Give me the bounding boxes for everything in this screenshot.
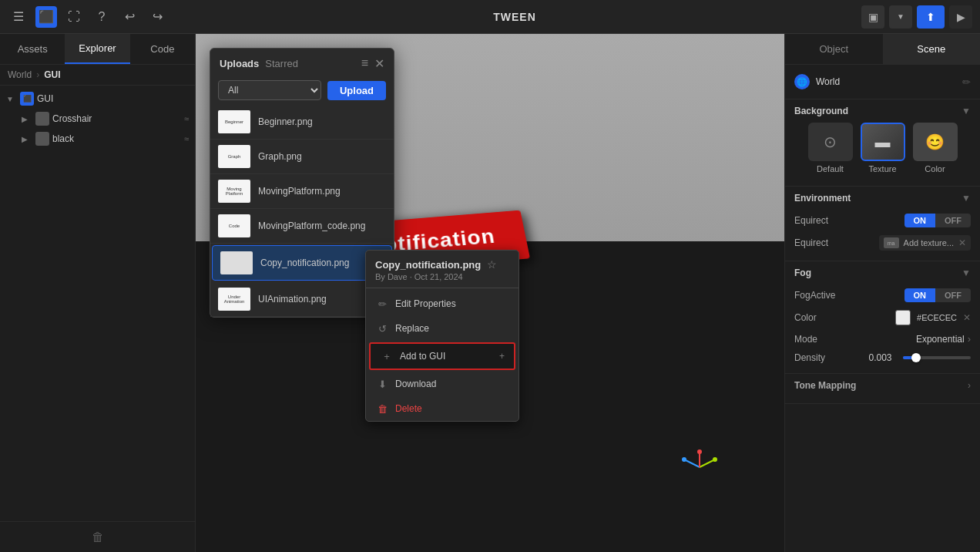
fullscreen-icon[interactable]: ⛶ [63, 6, 85, 28]
list-item[interactable]: Beginner Beginner.png [210, 105, 394, 140]
delete-icon[interactable]: 🗑 [92, 530, 104, 544]
play-btn[interactable]: ▶ [949, 5, 972, 29]
environment-header: Environment ▼ [794, 193, 971, 204]
environment-label: Environment [794, 193, 957, 204]
panel-toggle-btn[interactable]: ▣ [861, 5, 884, 29]
color-close-icon[interactable]: ✕ [963, 312, 971, 323]
density-slider-thumb[interactable] [911, 353, 921, 362]
uploads-filter: All Images Audio Video 3D Upload [210, 76, 394, 105]
tab-code[interactable]: Code [130, 34, 195, 64]
panel-dropdown-btn[interactable]: ▼ [889, 5, 912, 29]
list-item[interactable]: Moving Platform MovingPlatform.png [210, 174, 394, 209]
tone-mapping-chevron[interactable]: › [968, 380, 971, 391]
fog-color-key: Color [794, 312, 889, 323]
right-panel: Object Scene 🌐 World ✏ Background ▼ ⊙ [784, 34, 980, 552]
fog-color-row: Color #ECECEC ✕ [794, 306, 971, 329]
tree-node-black[interactable]: ▶ black ≈ [0, 129, 195, 149]
tree-node-gui[interactable]: ▼ ⬛ GUI [0, 89, 195, 109]
bg-option-default[interactable]: ⊙ Default [808, 123, 853, 173]
fog-mode-arrow[interactable]: › [968, 333, 971, 345]
ctx-label-download: Download [395, 379, 436, 389]
world-globe-icon: 🌐 [794, 74, 810, 89]
arrow-crosshair: ▶ [22, 115, 32, 123]
ctx-item-delete[interactable]: 🗑 Delete [366, 396, 519, 421]
help-icon[interactable]: ? [91, 6, 112, 28]
list-item[interactable]: Graph Graph.png [210, 140, 394, 174]
background-chevron[interactable]: ▼ [962, 106, 971, 116]
scene-axes [676, 444, 723, 490]
tree-node-crosshair[interactable]: ▶ Crosshair ≈ [0, 109, 195, 129]
breadcrumb-world: World [8, 69, 32, 80]
environment-chevron[interactable]: ▼ [962, 193, 971, 204]
upload-name-graph: Graph.png [258, 151, 302, 162]
tree-label-black: black [52, 133, 181, 144]
tab-explorer[interactable]: Explorer [65, 34, 129, 64]
world-edit-icon[interactable]: ✏ [962, 76, 971, 88]
fog-section: Fog ▼ FogActive ON OFF Color #ECECEC ✕ M… [785, 261, 980, 374]
ctx-meta: By Dave · Oct 21, 2024 [375, 272, 509, 281]
upload-btn[interactable]: ⬆ [917, 5, 945, 29]
ctx-item-download[interactable]: ⬇ Download [366, 372, 519, 396]
replace-icon: ↺ [375, 321, 389, 335]
upload-name-movingcode: MovingPlatform_code.png [258, 220, 365, 231]
density-slider[interactable] [903, 356, 972, 359]
ctx-divider [366, 288, 519, 288]
thumb-graph: Graph [218, 145, 250, 168]
redo-icon[interactable]: ↪ [146, 6, 168, 28]
ctx-item-replace[interactable]: ↺ Replace [366, 316, 519, 341]
bg-texture-label: Texture [868, 164, 896, 173]
svg-line-1 [684, 459, 700, 467]
add-plus-icon: + [499, 351, 505, 362]
star-icon[interactable]: ☆ [487, 258, 497, 271]
upload-name-movingplatform: MovingPlatform.png [258, 186, 341, 197]
background-header: Background ▼ [794, 106, 971, 116]
cube-icon[interactable]: ⬛ [35, 6, 57, 28]
uploads-filter-select[interactable]: All Images Audio Video 3D [218, 80, 321, 100]
fog-label: Fog [794, 268, 957, 278]
tree-label-crosshair: Crosshair [52, 113, 181, 124]
fogactive-key: FogActive [794, 290, 898, 301]
uploads-tab-active[interactable]: Uploads [220, 58, 259, 69]
menu-icon[interactable]: ☰ [8, 6, 29, 28]
fog-off-btn[interactable]: OFF [935, 288, 971, 302]
fog-mode-row: Mode Exponential › [794, 329, 971, 348]
eq-close-icon[interactable]: ✕ [958, 237, 966, 248]
uploads-list-icon[interactable]: ≡ [361, 56, 368, 71]
fog-mode-key: Mode [794, 334, 916, 345]
equirect2-key: Equirect [794, 237, 873, 248]
ctx-item-add-gui[interactable]: + Add to GUI + [369, 342, 515, 370]
uploads-tab-starred[interactable]: Starred [265, 58, 298, 69]
equirect-on-btn[interactable]: ON [904, 214, 936, 227]
color-swatch[interactable] [895, 310, 911, 325]
thumb-movingcode: Code [218, 214, 250, 237]
uploads-header: Uploads Starred ≡ ✕ [210, 49, 394, 76]
upload-file-button[interactable]: Upload [327, 81, 386, 100]
equirect-texture: ma Add texture... ✕ [879, 235, 971, 251]
equirect-toggle: ON OFF [904, 214, 972, 227]
fog-chevron[interactable]: ▼ [962, 268, 971, 278]
svg-point-3 [713, 457, 717, 462]
edit-icon: ✏ [375, 297, 389, 311]
arrow-gui: ▼ [6, 95, 17, 103]
tab-assets[interactable]: Assets [0, 34, 65, 64]
svg-point-5 [697, 449, 702, 454]
uploads-close-icon[interactable]: ✕ [374, 56, 384, 71]
list-item[interactable]: Code MovingPlatform_code.png [210, 209, 394, 244]
eq-thumb: ma [884, 237, 899, 248]
left-panel: Assets Explorer Code World › GUI ▼ ⬛ GUI… [0, 34, 196, 552]
tab-scene[interactable]: Scene [883, 34, 981, 64]
black-icon [35, 132, 49, 146]
bg-option-texture[interactable]: ▬ Texture [861, 123, 905, 173]
environment-section: Environment ▼ Equirect ON OFF Equirect m… [785, 187, 980, 261]
bg-option-color[interactable]: 😊 Color [913, 123, 958, 173]
tone-mapping-section: Tone Mapping › [785, 374, 980, 404]
fog-on-btn[interactable]: ON [904, 288, 936, 302]
equirect-off-btn[interactable]: OFF [935, 214, 971, 227]
fog-density-row: Density 0.003 [794, 348, 971, 367]
undo-icon[interactable]: ↩ [119, 6, 140, 28]
tab-object[interactable]: Object [785, 34, 883, 64]
ctx-item-edit[interactable]: ✏ Edit Properties [366, 291, 519, 316]
ctx-label-replace: Replace [395, 323, 429, 334]
context-menu-header: Copy_notification.png ☆ By Dave · Oct 21… [366, 251, 519, 284]
bg-color-label: Color [925, 164, 945, 173]
